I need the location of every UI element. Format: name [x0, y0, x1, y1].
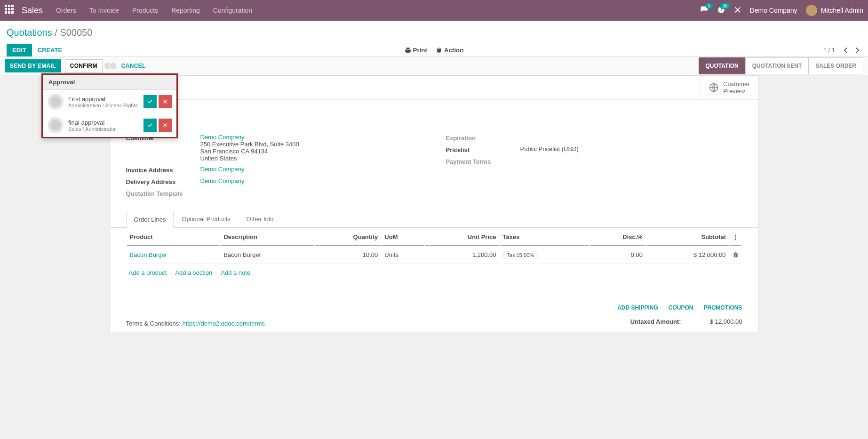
user-menu[interactable]: Mitchell Admin	[806, 5, 863, 16]
kebab-icon[interactable]: ⋮	[733, 233, 739, 240]
record-name: S00050	[110, 100, 758, 129]
col-subtotal: Subtotal	[646, 229, 729, 246]
user-name: Mitchell Admin	[821, 7, 863, 14]
nav-products[interactable]: Products	[132, 7, 158, 14]
action-button[interactable]: Action	[436, 47, 463, 54]
cell-subtotal: $ 12,000.00	[646, 247, 729, 263]
coupon-link[interactable]: COUPON	[669, 304, 693, 311]
trash-icon[interactable]: 🗑	[733, 251, 739, 258]
col-desc: Description	[221, 229, 314, 246]
customer-link[interactable]: Demo Company	[200, 134, 245, 141]
edit-button[interactable]: EDIT	[7, 44, 32, 56]
reject-button[interactable]	[159, 119, 172, 132]
close-icon[interactable]	[734, 6, 741, 15]
approval-row: First approval Administration / Access R…	[43, 90, 176, 113]
label-payterm: Payment Terms	[446, 157, 520, 165]
tab-orderlines[interactable]: Order Lines	[126, 211, 174, 228]
terms-link[interactable]: https://demo2.odoo.com/terms	[182, 320, 265, 327]
promotions-link[interactable]: PROMOTIONS	[703, 304, 742, 311]
apps-icon[interactable]	[5, 5, 16, 16]
cell-disc: 0.00	[590, 247, 645, 263]
nav-reporting[interactable]: Reporting	[171, 7, 200, 14]
field-pricelist: Public Pricelist (USD)	[520, 145, 742, 152]
col-taxes: Taxes	[500, 229, 589, 246]
add-shipping-link[interactable]: ADD SHIPPING	[617, 304, 658, 311]
popover-title: Approval	[43, 75, 176, 90]
approval-sub: Administration / Access Rights	[68, 103, 139, 108]
delivery-link[interactable]: Demo Company	[200, 177, 245, 184]
status-bar: SEND BY EMAIL CONFIRM CANCEL QUOTATION Q…	[0, 56, 868, 75]
form-sheet: Customer Preview S00050 Customer Demo Co…	[110, 75, 759, 332]
breadcrumb: Quotations / S00050	[7, 27, 861, 38]
pager-prev-icon[interactable]	[842, 46, 850, 55]
untaxed-value: $ 12,000.00	[700, 318, 742, 325]
reject-button[interactable]	[159, 95, 172, 108]
field-customer: Demo Company 250 Executive Park Blvd, Su…	[200, 134, 422, 162]
nav-links: Orders To Invoice Products Reporting Con…	[56, 7, 700, 14]
cancel-button[interactable]: CANCEL	[117, 60, 151, 72]
breadcrumb-parent[interactable]: Quotations	[7, 27, 52, 38]
approval-popover: Approval First approval Administration /…	[41, 73, 178, 138]
customer-preview-button[interactable]: Customer Preview	[700, 76, 758, 99]
confirm-button[interactable]: CONFIRM	[65, 59, 103, 72]
table-row[interactable]: Bacon Burger Bacon Burger 10.00 Units 1,…	[127, 247, 741, 263]
stage-sent[interactable]: QUOTATION SENT	[745, 57, 809, 74]
orderlines-table: Product Description Quantity UoM Unit Pr…	[126, 228, 742, 264]
company-switcher[interactable]: Demo Company	[750, 7, 797, 14]
add-note-link[interactable]: Add a note	[221, 269, 250, 276]
approve-button[interactable]	[143, 95, 157, 108]
activities-badge: 36	[720, 3, 730, 9]
add-section-link[interactable]: Add a section	[175, 269, 212, 276]
label-invoice: Invoice Address	[126, 166, 200, 174]
stage-salesorder[interactable]: SALES ORDER	[808, 57, 863, 74]
top-nav: Sales Orders To Invoice Products Reporti…	[0, 0, 868, 21]
col-disc: Disc.%	[590, 229, 645, 246]
tab-optional[interactable]: Optional Products	[174, 210, 238, 227]
invoice-link[interactable]: Demo Company	[200, 166, 245, 173]
pager-next-icon[interactable]	[853, 46, 861, 55]
approver-avatar	[109, 62, 117, 70]
control-panel: Quotations / S00050 EDIT CREATE Print Ac…	[0, 21, 868, 56]
cell-product[interactable]: Bacon Burger	[130, 251, 167, 258]
approve-button[interactable]	[143, 119, 157, 132]
avatar	[48, 117, 64, 133]
messages-badge: 5	[706, 3, 713, 9]
cell-desc: Bacon Burger	[221, 247, 314, 263]
globe-icon	[709, 83, 718, 92]
avatar	[48, 94, 64, 110]
tab-otherinfo[interactable]: Other Info	[239, 210, 282, 227]
col-uom: UoM	[382, 229, 424, 246]
approval-title: First approval	[68, 96, 139, 103]
label-expiration: Expiration	[446, 134, 520, 142]
cell-uom: Units	[382, 247, 424, 263]
brand[interactable]: Sales	[22, 6, 43, 16]
label-pricelist: Pricelist	[446, 145, 520, 153]
breadcrumb-current: S00050	[60, 27, 92, 38]
label-delivery: Delivery Address	[126, 177, 200, 185]
cell-tax: Tax 15.00%	[503, 251, 538, 259]
approval-title: final approval	[68, 119, 139, 126]
approval-row: final approval Sales / Administrator	[43, 113, 176, 137]
nav-orders[interactable]: Orders	[56, 7, 76, 14]
approval-sub: Sales / Administrator	[68, 126, 139, 132]
send-email-button[interactable]: SEND BY EMAIL	[5, 59, 61, 72]
print-button[interactable]: Print	[405, 47, 427, 54]
add-product-link[interactable]: Add a product	[129, 269, 167, 276]
terms: Terms & Conditions: https://demo2.odoo.c…	[126, 320, 265, 327]
pager-text: 1 / 1	[823, 47, 835, 54]
activities-icon[interactable]: 36	[717, 6, 725, 16]
untaxed-label: Untaxed Amount:	[630, 318, 681, 325]
stage-quotation[interactable]: QUOTATION	[699, 57, 746, 74]
messages-icon[interactable]: 5	[700, 6, 709, 16]
nav-config[interactable]: Configuration	[213, 7, 252, 14]
nav-toinvoice[interactable]: To Invoice	[89, 7, 119, 14]
col-product: Product	[127, 229, 220, 246]
avatar	[806, 5, 817, 16]
create-button[interactable]: CREATE	[32, 44, 68, 56]
label-qtpl: Quotation Template	[126, 189, 200, 197]
cell-qty: 10.00	[315, 247, 381, 263]
cell-price: 1,200.00	[425, 247, 499, 263]
col-price: Unit Price	[425, 229, 499, 246]
col-qty: Quantity	[315, 229, 381, 246]
